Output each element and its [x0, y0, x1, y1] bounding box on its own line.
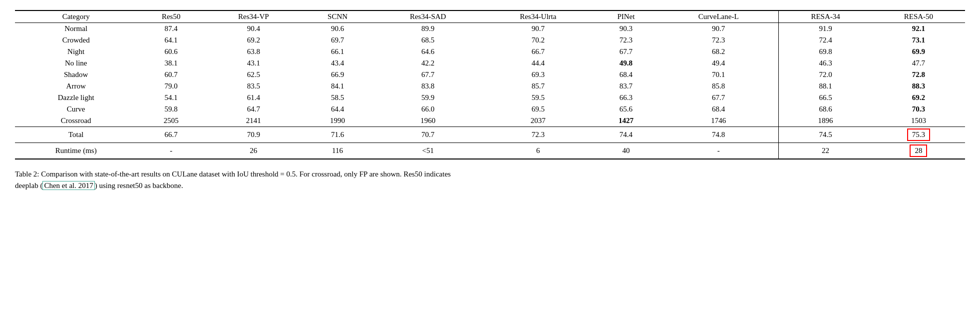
header-res34vp: Res34-VP — [205, 10, 302, 23]
cell-value: 54.1 — [137, 92, 205, 104]
cell-value: 2141 — [205, 115, 302, 127]
cell-category: Night — [15, 46, 137, 58]
cell-value: 79.0 — [137, 80, 205, 92]
cell-value: 72.3 — [594, 34, 659, 46]
cell-value: 60.7 — [137, 69, 205, 80]
cell-value: 91.9 — [779, 23, 872, 35]
cell-value: 47.7 — [872, 58, 965, 69]
caption-link[interactable]: Chen et al. 2017 — [42, 181, 94, 190]
cell-value: 72.3 — [658, 34, 779, 46]
cell-category: Curve — [15, 104, 137, 115]
cell-value: 68.4 — [594, 69, 659, 80]
cell-value: 49.8 — [594, 58, 659, 69]
cell-value: 87.4 — [137, 23, 205, 35]
cell-value: 85.8 — [658, 80, 779, 92]
cell-value: 72.4 — [779, 34, 872, 46]
cell-value: 85.7 — [483, 80, 594, 92]
cell-value: 2037 — [483, 115, 594, 127]
cell-runtime-value: - — [658, 143, 779, 160]
cell-value: 83.7 — [594, 80, 659, 92]
cell-value: 62.5 — [205, 69, 302, 80]
highlighted-total: 75.3 — [907, 128, 930, 141]
cell-value: 70.1 — [658, 69, 779, 80]
cell-value: 72.0 — [779, 69, 872, 80]
cell-value: 1503 — [872, 115, 965, 127]
table-caption: Table 2: Comparison with state-of-the-ar… — [15, 168, 464, 191]
cell-value: 68.6 — [779, 104, 872, 115]
cell-runtime-value: 116 — [302, 143, 373, 160]
cell-value: 49.4 — [658, 58, 779, 69]
cell-value: 1427 — [594, 115, 659, 127]
cell-category: Crossroad — [15, 115, 137, 127]
header-resa34: RESA-34 — [779, 10, 872, 23]
cell-runtime-value: 40 — [594, 143, 659, 160]
cell-value: 66.0 — [373, 104, 483, 115]
cell-value: 67.7 — [373, 69, 483, 80]
cell-value: 68.5 — [373, 34, 483, 46]
cell-value: 59.5 — [483, 92, 594, 104]
cell-total-value: 74.4 — [594, 127, 659, 143]
cell-value: 69.9 — [872, 46, 965, 58]
cell-value: 69.8 — [779, 46, 872, 58]
cell-value: 66.9 — [302, 69, 373, 80]
cell-value: 66.5 — [779, 92, 872, 104]
cell-value: 1746 — [658, 115, 779, 127]
cell-value: 90.7 — [658, 23, 779, 35]
cell-value: 90.6 — [302, 23, 373, 35]
cell-value: 90.7 — [483, 23, 594, 35]
highlighted-runtime: 28 — [910, 144, 927, 157]
header-scnn: SCNN — [302, 10, 373, 23]
cell-value: 68.2 — [658, 46, 779, 58]
cell-total-value: 74.8 — [658, 127, 779, 143]
cell-value: 38.1 — [137, 58, 205, 69]
cell-runtime-value: 6 — [483, 143, 594, 160]
cell-total-value: 70.9 — [205, 127, 302, 143]
cell-value: 70.3 — [872, 104, 965, 115]
results-table: Category Res50 Res34-VP SCNN Res34-SAD R… — [15, 10, 965, 160]
header-category: Category — [15, 10, 137, 23]
header-res50: Res50 — [137, 10, 205, 23]
cell-value: 63.8 — [205, 46, 302, 58]
cell-total-value: 66.7 — [137, 127, 205, 143]
cell-runtime-value: - — [137, 143, 205, 160]
cell-runtime-category: Runtime (ms) — [15, 143, 137, 160]
cell-value: 1896 — [779, 115, 872, 127]
cell-value: 83.5 — [205, 80, 302, 92]
cell-value: 60.6 — [137, 46, 205, 58]
cell-category: Normal — [15, 23, 137, 35]
caption-label: Table 2: — [15, 170, 39, 178]
cell-value: 69.7 — [302, 34, 373, 46]
header-resa50: RESA-50 — [872, 10, 965, 23]
cell-value: 44.4 — [483, 58, 594, 69]
cell-value: 69.5 — [483, 104, 594, 115]
cell-value: 2505 — [137, 115, 205, 127]
cell-runtime-value: 28 — [872, 143, 965, 160]
table-container: Category Res50 Res34-VP SCNN Res34-SAD R… — [15, 10, 965, 160]
cell-value: 67.7 — [658, 92, 779, 104]
cell-category: Shadow — [15, 69, 137, 80]
cell-value: 92.1 — [872, 23, 965, 35]
cell-value: 64.7 — [205, 104, 302, 115]
cell-value: 66.7 — [483, 46, 594, 58]
cell-category: Crowded — [15, 34, 137, 46]
cell-value: 69.2 — [205, 34, 302, 46]
cell-total-value: 74.5 — [779, 127, 872, 143]
cell-runtime-value: <51 — [373, 143, 483, 160]
cell-total-value: 72.3 — [483, 127, 594, 143]
cell-runtime-value: 26 — [205, 143, 302, 160]
cell-value: 58.5 — [302, 92, 373, 104]
cell-value: 42.2 — [373, 58, 483, 69]
cell-value: 68.4 — [658, 104, 779, 115]
cell-total-value: 70.7 — [373, 127, 483, 143]
cell-value: 66.3 — [594, 92, 659, 104]
cell-value: 69.2 — [872, 92, 965, 104]
cell-value: 46.3 — [779, 58, 872, 69]
cell-value: 70.2 — [483, 34, 594, 46]
cell-value: 88.1 — [779, 80, 872, 92]
header-curvelane: CurveLane-L — [658, 10, 779, 23]
cell-value: 69.3 — [483, 69, 594, 80]
cell-runtime-value: 22 — [779, 143, 872, 160]
caption-text2: ) using resnet50 as backbone. — [95, 182, 183, 190]
cell-value: 73.1 — [872, 34, 965, 46]
cell-value: 43.1 — [205, 58, 302, 69]
